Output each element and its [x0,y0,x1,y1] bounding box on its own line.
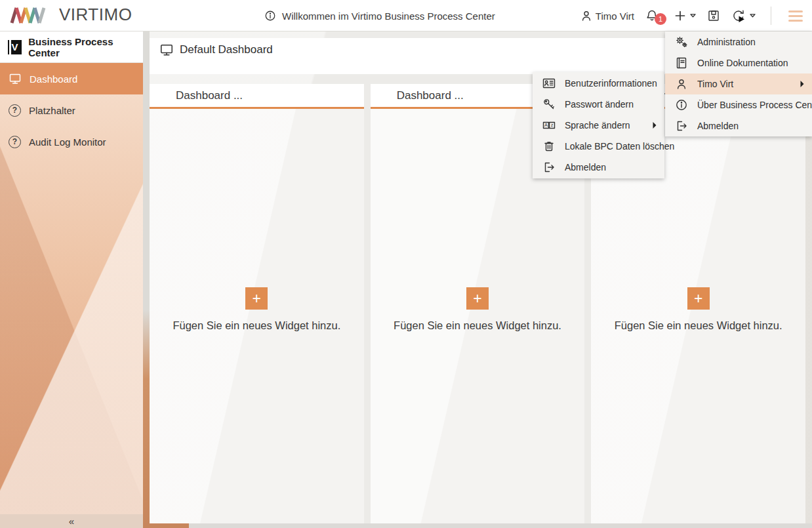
notification-badge: 1 [655,13,666,25]
menu-item-label: Lokale BPC Daten löschen [565,141,674,152]
submenu-arrow-icon [652,121,657,129]
virtimo-logo-mark-icon [9,5,58,25]
sidebar-splitter[interactable] [143,31,150,528]
monitor-icon [9,72,22,85]
main-menu-button[interactable] [786,8,805,24]
menu-item-label: Über Business Process Center [697,100,812,110]
sidebar-item-label: Platzhalter [29,105,75,116]
add-widget-button[interactable]: + [245,287,268,310]
sidebar-collapse-button[interactable]: « [0,514,143,528]
app-menu: Administration Online Dokumentation Timo… [665,31,812,136]
menu-item-administration[interactable]: Administration [665,31,812,52]
menu-item-label: Online Dokumentation [697,58,788,68]
save-button[interactable] [707,9,720,22]
menu-item-online-dokumentation[interactable]: Online Dokumentation [665,52,812,73]
horizontal-scrollbar-thumb[interactable] [143,523,189,528]
user-button[interactable]: Timo Virt [580,9,634,22]
page-title: Default Dashboard [180,43,273,56]
welcome-banner: Willkommen im Virtimo Business Process C… [264,0,495,31]
plus-icon [674,9,687,22]
sidebar-nav: Dashboard ? Platzhalter ? Audit Log Moni… [0,63,143,157]
user-submenu: Benutzerinformationen Passwort ändern A … [533,72,664,178]
user-name: Timo Virt [596,10,634,22]
sidebar-item-label: Audit Log Monitor [29,136,106,148]
question-icon: ? [9,104,21,117]
dashboard-panel: Dashboard ... + Fügen Sie ein neues Widg… [150,84,364,523]
welcome-text: Willkommen im Virtimo Business Process C… [282,10,495,22]
menu-item-label: Abmelden [697,121,739,131]
empty-widget-text: Fügen Sie ein neues Widget hinzu. [371,319,585,332]
menu-item-benutzerinformationen[interactable]: Benutzerinformationen [533,73,664,94]
header-actions: Timo Virt 1 [580,0,805,31]
menu-item-ueber-business-process-center[interactable]: Über Business Process Center [665,94,812,115]
menu-item-label: Passwort ändern [565,99,634,110]
menu-item-label: Benutzerinformationen [565,78,657,89]
person-icon [580,9,593,22]
empty-widget-placeholder: + Fügen Sie ein neues Widget hinzu. [150,287,364,332]
info-icon [675,98,688,112]
refresh-play-icon [731,8,746,24]
add-widget-button[interactable]: + [466,287,489,310]
question-icon: ? [9,136,21,148]
logout-icon [542,161,556,174]
bpc-logo-icon: V [8,40,22,54]
panel-body: + Fügen Sie ein neues Widget hinzu. [150,109,364,523]
monitor-icon [159,43,174,57]
menu-item-timo-virt[interactable]: Timo Virt [665,73,812,94]
sidebar-item-label: Dashboard [30,73,77,85]
chevron-down-icon [749,13,756,18]
id-card-icon [542,77,556,90]
menu-item-abmelden[interactable]: Abmelden [665,115,812,136]
submenu-arrow-icon [800,80,805,88]
sidebar: V Business Process Center Dashboard ? Pl… [0,31,143,528]
header-divider [771,7,771,25]
book-icon [675,56,688,70]
info-icon [264,10,276,22]
refresh-run-button[interactable] [731,8,756,24]
svg-text:A: A [544,122,548,128]
empty-widget-text: Fügen Sie ein neues Widget hinzu. [150,319,364,332]
chevron-down-icon [689,13,697,18]
key-icon [542,98,556,111]
empty-widget-text: Fügen Sie ein neues Widget hinzu. [591,319,805,332]
menu-item-label: Sprache ändern [565,120,630,131]
add-widget-button[interactable]: + [687,287,710,310]
menu-item-label: Administration [697,37,756,47]
panel-title[interactable]: Dashboard ... [150,84,364,109]
menu-item-label: Timo Virt [697,79,733,89]
burger-icon [788,10,803,12]
save-icon [707,9,720,22]
person-icon [675,77,688,91]
menu-item-label: Abmelden [565,162,606,173]
menu-item-abmelden[interactable]: Abmelden [533,157,664,178]
header: VIRTIMO Willkommen im Virtimo Business P… [0,0,812,31]
menu-item-sprache-aendern[interactable]: A z Sprache ändern [533,115,664,136]
menu-item-passwort-aendern[interactable]: Passwort ändern [533,94,664,115]
sidebar-item-audit-log-monitor[interactable]: ? Audit Log Monitor [0,126,143,157]
dashboard-panels: Dashboard ... + Fügen Sie ein neues Widg… [150,84,805,523]
add-widget-header-button[interactable] [674,9,697,22]
empty-widget-placeholder: + Fügen Sie ein neues Widget hinzu. [371,287,585,332]
sidebar-item-platzhalter[interactable]: ? Platzhalter [0,94,143,126]
svg-text:z: z [551,122,554,128]
menu-item-lokale-bpc-daten-loeschen[interactable]: Lokale BPC Daten löschen [533,136,664,157]
sidebar-item-dashboard[interactable]: Dashboard [0,63,143,94]
sidebar-header: V Business Process Center [0,31,143,63]
logo-text: VIRTIMO [59,5,132,25]
logout-icon [675,119,688,132]
virtimo-logo: VIRTIMO [9,5,132,25]
horizontal-scrollbar[interactable] [150,523,812,528]
empty-widget-placeholder: + Fügen Sie ein neues Widget hinzu. [591,287,805,332]
app-title: Business Process Center [28,36,143,58]
gears-icon [675,35,688,49]
notifications-button[interactable]: 1 [645,9,659,23]
translate-icon: A z [542,119,556,132]
trash-icon [542,140,556,153]
collapse-icon: « [69,516,74,527]
